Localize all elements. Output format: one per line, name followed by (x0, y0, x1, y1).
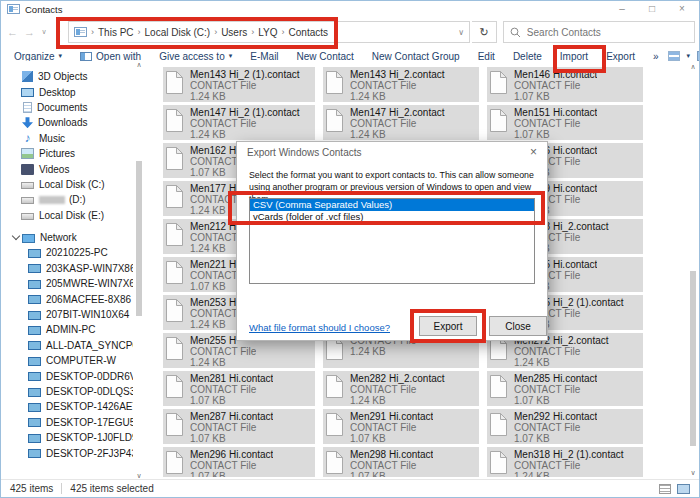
export-format-listbox[interactable]: CSV (Comma Separated Values) vCards (fol… (249, 198, 535, 284)
sidebar-item[interactable]: Local Disk (C:) (1, 177, 133, 192)
sidebar-item[interactable]: Local Disk (E:) (1, 208, 133, 223)
sidebar-item[interactable]: ALL-DATA_SYNCPC (1, 338, 133, 353)
sidebar-item-icon (21, 182, 34, 189)
sidebar-item[interactable]: Pictures (1, 146, 133, 161)
file-name: Men318 Hi_2 (1).contact (514, 449, 624, 460)
back-icon[interactable]: ← (5, 26, 20, 38)
toolbar-button[interactable]: Give access to ▾ (150, 51, 241, 62)
contact-file-tile[interactable]: Men285 Hi.contact CONTACT File 1.07 KB (487, 371, 643, 406)
breadcrumb-segment[interactable]: Local Disk (C:) (145, 27, 211, 38)
breadcrumb[interactable]: › This PC › Local Disk (C:) › Users › LY… (68, 21, 470, 43)
sidebar-scrollbar[interactable]: ∧ ∨ (133, 61, 145, 480)
sidebar-item[interactable]: 207BIT-WIN10X64 (1, 307, 133, 322)
view-dropdown-icon[interactable]: ▾ (687, 52, 691, 60)
close-dialog-button[interactable]: Close (489, 316, 547, 336)
toolbar-button[interactable]: Edit ▾ (469, 51, 504, 62)
sidebar-item[interactable]: Videos (1, 161, 133, 176)
sidebar-item[interactable]: DESKTOP-2FJ3P43 (1, 445, 133, 460)
close-button[interactable]: × (667, 1, 697, 17)
forward-icon[interactable]: → (22, 26, 37, 38)
sidebar-item[interactable]: 3D Objects (1, 69, 133, 84)
scroll-down-icon[interactable]: ∨ (687, 469, 699, 477)
details-view-icon[interactable] (659, 484, 671, 494)
sidebar-item[interactable]: Network (1, 230, 133, 245)
contact-file-tile[interactable]: Men291 Hi.contact CONTACT File 1.07 KB (323, 409, 479, 444)
contact-file-tile[interactable]: Men298 Hi.contact CONTACT File 1.07 KB (323, 447, 479, 477)
refresh-button[interactable]: ↻ (472, 21, 497, 43)
contact-file-tile[interactable]: Men292 Hi.contact CONTACT File 1.07 KB (487, 409, 643, 444)
scroll-up-icon[interactable]: ∧ (133, 61, 145, 69)
sidebar-item[interactable]: Documents (1, 100, 133, 115)
contact-file-tile[interactable]: Men143 Hi_2.contact CONTACT File 1.24 KB (323, 67, 479, 102)
breadcrumb-segment[interactable]: This PC (98, 27, 134, 38)
filelist-scrollbar[interactable]: ∧ ∨ (687, 63, 699, 477)
sidebar-item[interactable]: 206MACFEE-8X86 (1, 291, 133, 306)
sidebar-item[interactable]: DESKTOP-1426AET (1, 399, 133, 414)
sidebar-item[interactable]: DESKTOP-0DLQS3E (1, 384, 133, 399)
change-view-icon[interactable] (668, 51, 680, 61)
contact-file-tile[interactable]: Men146 Hi.contact CONTACT File 1.07 KB (487, 67, 643, 102)
contact-file-tile[interactable]: Men143 Hi_2 (1).contact CONTACT File 1.2… (163, 67, 315, 102)
sidebar-item[interactable]: Downloads (1, 115, 133, 130)
breadcrumb-segment[interactable]: Contacts (289, 27, 328, 38)
search-input[interactable] (525, 26, 688, 39)
toolbar-button[interactable]: Organize ▾ (5, 51, 71, 62)
address-dropdown-icon[interactable]: ∨ (458, 28, 464, 37)
toolbar-button[interactable]: Open with ▾ (71, 51, 150, 62)
toolbar-button[interactable]: Delete ▾ (504, 51, 551, 62)
sidebar-item-label: DESKTOP-1J0FLD9 (46, 432, 133, 443)
sidebar-item[interactable]: DESKTOP-17EGU5N (1, 415, 133, 430)
file-size: 1.07 KB (190, 395, 273, 404)
file-format-help-link[interactable]: What file format should I choose? (249, 322, 390, 333)
sidebar-item[interactable]: Music (1, 131, 133, 146)
sidebar-item[interactable]: COMPUTER-W (1, 353, 133, 368)
sidebar-item[interactable]: 205MWRE-WIN7X64 (1, 276, 133, 291)
file-size: 1.07 KB (190, 167, 238, 176)
contact-file-tile[interactable]: Men318 Hi_2 (1).contact CONTACT File 1.2… (487, 447, 643, 477)
scrollbar-thumb[interactable] (136, 161, 142, 316)
sidebar-item-icon (28, 449, 41, 458)
export-format-option[interactable]: CSV (Comma Separated Values) (250, 199, 534, 211)
scroll-up-icon[interactable]: ∧ (687, 63, 699, 71)
contact-file-tile[interactable]: Men281 Hi.contact CONTACT File 1.07 KB (163, 371, 315, 406)
search-box[interactable] (503, 21, 695, 43)
history-dropdown-icon[interactable]: ∨ (39, 28, 49, 36)
breadcrumb-segment[interactable]: LYQ (258, 27, 277, 38)
sidebar-item[interactable]: 20210225-PC (1, 245, 133, 260)
export-format-option[interactable]: vCards (folder of .vcf files) (250, 211, 534, 223)
maximize-button[interactable]: □ (637, 1, 667, 17)
contact-file-tile[interactable]: Men147 Hi_2 (1).contact CONTACT File 1.2… (163, 105, 315, 140)
sidebar-item[interactable]: (D:) (1, 192, 133, 207)
dialog-close-icon[interactable]: × (530, 146, 537, 158)
sidebar-item-icon (28, 295, 41, 304)
sidebar-item[interactable]: ADMIN-PC (1, 322, 133, 337)
contact-file-tile[interactable]: Men296 Hi.contact CONTACT File 1.07 KB (163, 447, 315, 477)
toolbar-button[interactable]: New Contact Group ▾ (363, 51, 469, 62)
sidebar-item[interactable]: DESKTOP-1J0FLD9 (1, 430, 133, 445)
file-size: 1.07 KB (190, 281, 238, 290)
toolbar-button[interactable]: » ▾ (644, 51, 668, 62)
sidebar-item-label: ADMIN-PC (46, 324, 95, 335)
items-count: 425 items (10, 483, 53, 494)
sidebar-item[interactable]: 203KASP-WIN7X86 (1, 261, 133, 276)
export-button[interactable]: Export (419, 316, 477, 336)
up-icon[interactable]: ↑ (51, 26, 66, 38)
toolbar-button[interactable]: Import ▾ (551, 51, 597, 62)
minimize-button[interactable]: – (607, 1, 637, 17)
contact-file-tile[interactable]: Men287 Hi.contact CONTACT File 1.07 KB (163, 409, 315, 444)
toolbar-right-icons: ▾ ? (668, 50, 700, 63)
toolbar-button[interactable]: Export ▾ (597, 51, 644, 62)
breadcrumb-segment[interactable]: Users (221, 27, 247, 38)
thumbnail-view-icon[interactable] (677, 484, 690, 494)
scrollbar-thumb[interactable] (690, 271, 696, 446)
sidebar-item-label: Desktop (39, 87, 76, 98)
contact-file-tile[interactable]: Men282 Hi_2.contact CONTACT File 1.24 KB (323, 371, 479, 406)
contact-file-tile[interactable]: Men151 Hi.contact CONTACT File 1.07 KB (487, 105, 643, 140)
toolbar-button[interactable]: E-Mail ▾ (241, 51, 287, 62)
contact-file-tile[interactable]: Men147 Hi_2.contact CONTACT File 1.24 KB (323, 105, 479, 140)
toolbar-button[interactable]: New Contact ▾ (288, 51, 363, 62)
sidebar-item[interactable]: Desktop (1, 84, 133, 99)
sidebar-item[interactable]: DESKTOP-0DDR6VI (1, 368, 133, 383)
file-size: 1.07 KB (514, 91, 597, 100)
toolbar-button-label: » (653, 51, 659, 62)
